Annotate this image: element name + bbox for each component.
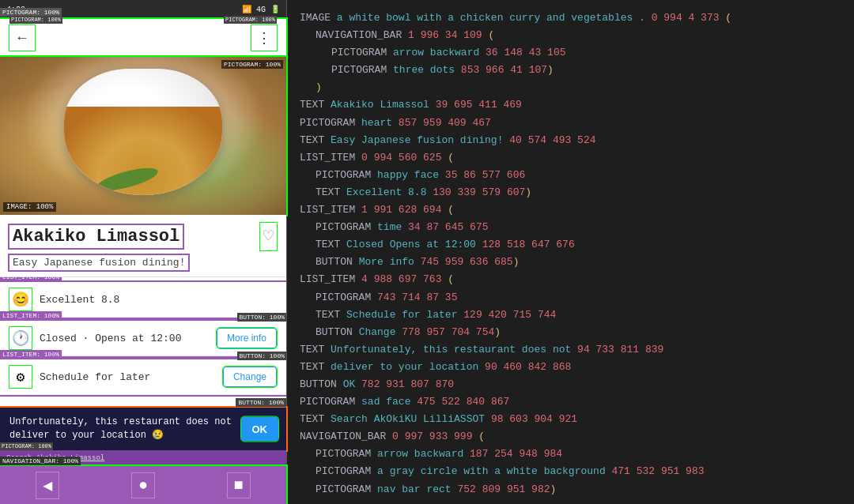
ok-button[interactable]: OK xyxy=(241,417,279,442)
arrow-label: PICTOGRAM: 100% xyxy=(9,16,62,24)
search-label: PICTOGRAM: 100% xyxy=(0,442,53,450)
status-icons: 📶 4G 🔋 xyxy=(242,5,280,14)
code-line-3: PICTOGRAM arrow backward 36 148 43 105 xyxy=(300,44,841,62)
code-line-22: BUTTON OK 782 931 807 870 xyxy=(300,376,841,393)
bottom-nav-label: NAVIGATION_BAR: 100% xyxy=(0,457,81,465)
change-label: BUTTON: 100% xyxy=(237,352,286,360)
code-line-21: TEXT deliver to your location 90 460 842… xyxy=(300,359,841,376)
bowl xyxy=(64,69,222,195)
nav-menu-button[interactable]: ■ xyxy=(228,473,250,498)
code-line-18: TEXT Schedule for later 129 420 715 744 xyxy=(300,307,841,324)
restaurant-title: Akakiko Limassol xyxy=(9,225,183,248)
food-image: IMAGE: 100% PICTOGRAM: 100% xyxy=(0,57,286,215)
more-options-button[interactable]: ⋮ PICTOGRAM: 100% xyxy=(251,25,277,51)
restaurant-desc: Easy Japanese fusion dining! xyxy=(9,255,188,270)
code-line-27: PICTOGRAM a gray circle with a white bac… xyxy=(300,463,841,480)
code-line-20: TEXT Unfortunately, this restaurant does… xyxy=(300,341,841,359)
nav-home-button[interactable]: ● xyxy=(132,473,154,498)
code-line-10: PICTOGRAM happy face 35 86 577 606 xyxy=(300,167,841,184)
time-icon: 🕐 xyxy=(9,327,32,349)
code-line-11: TEXT Excellent 8.8 130 339 579 607) xyxy=(300,184,841,201)
restaurant-info: Akakiko Limassol ♡ Easy Japanese fusion … xyxy=(0,215,286,277)
code-line-15: BUTTON More info 745 959 636 685) xyxy=(300,254,841,271)
more-info-label: BUTTON: 100% xyxy=(237,313,286,322)
restaurant-title-row: Akakiko Limassol ♡ xyxy=(9,223,277,250)
code-line-14: TEXT Closed Opens at 12:00 128 518 647 6… xyxy=(300,236,841,254)
ok-btn-label: BUTTON: 100% xyxy=(236,398,286,407)
happy-face-icon: 😊 xyxy=(9,288,32,310)
phone-panel: 4:08 📶 4G 🔋 PICTOGRAM: 100% ← PICTOGRAM:… xyxy=(0,0,287,504)
list-item-schedule: LIST_ITEM: 100% ⚙ Schedule for later Cha… xyxy=(0,359,286,395)
code-line-7: PICTOGRAM heart 857 959 409 467 xyxy=(300,115,841,132)
change-button[interactable]: Change xyxy=(223,367,277,387)
code-panel: IMAGE a white bowl with a chicken curry … xyxy=(287,0,854,504)
code-line-19: BUTTON Change 778 957 704 754) xyxy=(300,324,841,341)
image-label: IMAGE: 100% xyxy=(3,202,56,212)
bottom-nav: NAVIGATION_BAR: 100% ◀ ● ■ xyxy=(0,466,286,504)
code-line-13: PICTOGRAM time 34 87 645 675 xyxy=(300,219,841,236)
code-line-26: PICTOGRAM arrow backward 187 254 948 984 xyxy=(300,446,841,463)
code-line-24: TEXT Search AkОkiKU LilliASSOT 98 603 90… xyxy=(300,411,841,428)
dots-label: PICTOGRAM: 100% xyxy=(224,16,277,24)
code-line-23: PICTOGRAM sad face 475 522 840 867 xyxy=(300,393,841,411)
pictogram-label-img: PICTOGRAM: 100% xyxy=(221,60,283,69)
back-button[interactable]: ← PICTOGRAM: 100% xyxy=(9,25,35,51)
code-line-16: LIST_ITEM 4 988 697 763 ( xyxy=(300,271,841,288)
excellent-rating-text: Excellent 8.8 xyxy=(40,294,277,306)
code-line-9: LIST_ITEM 0 994 560 625 ( xyxy=(300,149,841,167)
arrow-backward-icon: ← xyxy=(18,30,27,46)
hours-text: Closed · Opens at 12:00 xyxy=(40,333,217,344)
three-dots-icon: ⋮ xyxy=(257,29,271,47)
list-items-container: LIST_ITEM: 100% 😊 Excellent 8.8 LIST_ITE… xyxy=(0,277,286,408)
list-item-3-label: LIST_ITEM: 100% xyxy=(0,350,62,359)
code-line-8: TEXT Easy Japanese fusion dining! 40 574… xyxy=(300,132,841,149)
code-line-5: ) xyxy=(300,79,841,96)
schedule-text: Schedule for later xyxy=(40,371,223,383)
nav-bar-top: PICTOGRAM: 100% ← PICTOGRAM: 100% ⋮ PICT… xyxy=(0,19,286,57)
schedule-icon: ⚙ xyxy=(9,366,32,388)
code-line-12: LIST_ITEM 1 991 628 694 ( xyxy=(300,201,841,219)
list-item-2-label: LIST_ITEM: 100% xyxy=(0,311,62,320)
code-line-4: PICTOGRAM three dots 853 966 41 107) xyxy=(300,62,841,79)
code-line-1: IMAGE a white bowl with a chicken curry … xyxy=(300,9,841,27)
code-line-6: TEXT Akakiko Limassol 39 695 411 469 xyxy=(300,96,841,114)
nav-back-button[interactable]: ◀ xyxy=(36,472,59,498)
code-line-25: NAVIGATION_BAR 0 997 933 999 ( xyxy=(300,428,841,446)
code-line-17: PICTOGRAM 743 714 87 35 xyxy=(300,289,841,307)
more-info-button[interactable]: More info xyxy=(217,328,277,348)
list-item-1-label: LIST_ITEM: 100% xyxy=(0,277,62,281)
heart-icon: ♡ xyxy=(263,228,274,247)
info-box-text: Unfortunately, this restaurant does notd… xyxy=(9,416,277,442)
code-line-2: NAVIGATION_BAR 1 996 34 109 ( xyxy=(300,27,841,44)
code-line-28: PICTOGRAM nav bar rect 752 809 951 982) xyxy=(300,481,841,498)
heart-button[interactable]: ♡ xyxy=(260,223,277,250)
